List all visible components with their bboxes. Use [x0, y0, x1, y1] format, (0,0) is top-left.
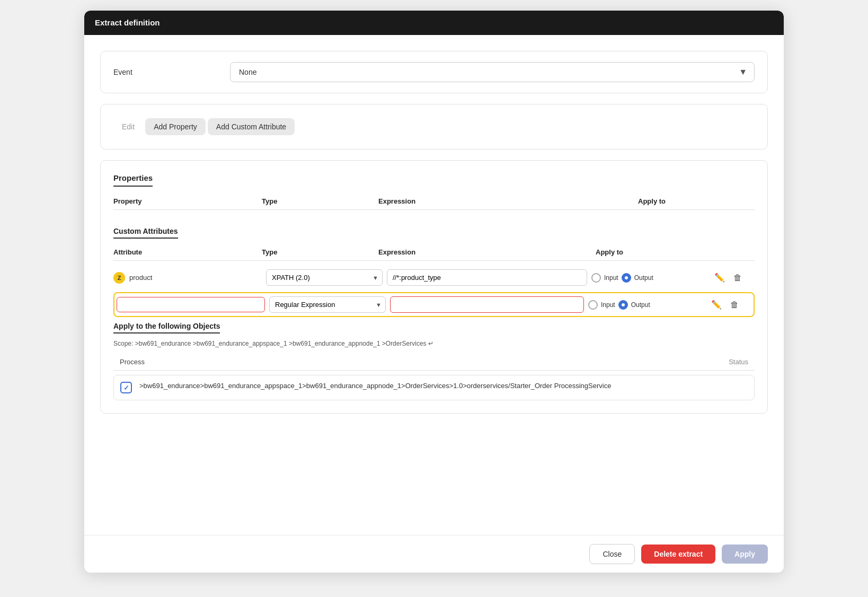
add-custom-attribute-button[interactable]: Add Custom Attribute — [208, 118, 295, 135]
action-icons: ✏️ 🗑 — [712, 271, 755, 284]
attr-expression-input[interactable] — [387, 269, 587, 286]
event-section: Event None ▼ — [100, 51, 768, 93]
process-column-label: Process — [120, 358, 145, 366]
new-attr-name-input[interactable] — [117, 297, 265, 312]
delete-row-button[interactable]: 🗑 — [731, 272, 744, 284]
close-button[interactable]: Close — [589, 544, 635, 564]
attr-col-type: Type — [262, 248, 378, 256]
attr-col-attribute: Attribute — [113, 248, 262, 256]
attr-col-expression: Expression — [378, 248, 596, 256]
attr-row-existing: Z product XPATH (2.0) ▼ Input — [113, 265, 755, 290]
modal-body: Event None ▼ Edit Add Property Add Custo… — [84, 35, 784, 535]
attr-row-new: Regular Expression XPATH (2.0) ▼ Input O… — [113, 292, 755, 317]
custom-attributes-block: Custom Attributes Attribute Type Express… — [113, 218, 755, 400]
attr-col-actions — [712, 248, 755, 256]
event-select-wrapper[interactable]: None ▼ — [230, 62, 755, 82]
input-radio[interactable] — [591, 273, 601, 283]
process-row: ✓ >bw691_endurance>bw691_endurance_appsp… — [113, 375, 755, 400]
new-edit-button[interactable]: ✏️ — [709, 298, 724, 311]
prop-col-expression: Expression — [378, 197, 638, 205]
event-label: Event — [113, 68, 219, 76]
yellow-badge: Z — [113, 272, 125, 284]
edit-button[interactable]: Edit — [113, 118, 143, 135]
prop-col-type: Type — [262, 197, 378, 205]
properties-section: Properties Property Type Expression Appl… — [100, 160, 768, 414]
properties-title: Properties — [113, 173, 153, 187]
output-radio[interactable] — [622, 273, 631, 283]
apply-objects-title: Apply to the following Objects — [113, 322, 220, 333]
attr-name-cell: Z product — [113, 272, 262, 284]
apply-objects-section: Apply to the following Objects Scope: >b… — [113, 321, 755, 400]
attr-col-apply: Apply to — [596, 248, 712, 256]
new-input-label: Input — [601, 301, 615, 309]
prop-col-property: Property — [113, 197, 262, 205]
input-label: Input — [604, 274, 618, 282]
new-attr-name-cell — [117, 297, 265, 312]
toolbar-row: Edit Add Property Add Custom Attribute — [113, 115, 755, 138]
process-name: >bw691_endurance>bw691_endurance_appspac… — [139, 382, 611, 390]
modal-title: Extract definition — [95, 18, 160, 27]
check-icon: ✓ — [123, 384, 129, 392]
new-apply-to-cell: Input Output — [588, 300, 705, 310]
status-column-label: Status — [729, 358, 748, 366]
custom-attributes-title: Custom Attributes — [113, 227, 178, 239]
attr-table-header: Attribute Type Expression Apply to — [113, 244, 755, 261]
apply-to-cell: Input Output — [591, 273, 708, 283]
output-label: Output — [634, 274, 653, 282]
properties-table-header: Property Type Expression Apply to — [113, 193, 755, 210]
modal-footer: Close Delete extract Apply — [84, 535, 784, 573]
scope-text: Scope: >bw691_endurance >bw691_endurance… — [113, 340, 755, 347]
properties-block: Properties Property Type Expression Appl… — [113, 173, 755, 210]
toolbar-section: Edit Add Property Add Custom Attribute — [100, 104, 768, 150]
modal-container: Extract definition Event None ▼ Edit Add… — [84, 11, 784, 573]
attr-type-select[interactable]: XPATH (2.0) — [266, 269, 383, 286]
new-action-icons: ✏️ 🗑 — [709, 298, 751, 311]
new-delete-button[interactable]: 🗑 — [728, 299, 741, 311]
new-attr-expression-input[interactable] — [390, 296, 584, 313]
new-attr-type-wrapper[interactable]: Regular Expression XPATH (2.0) ▼ — [269, 296, 386, 313]
event-select[interactable]: None — [230, 62, 755, 82]
event-row: Event None ▼ — [113, 62, 755, 82]
new-output-label: Output — [631, 301, 650, 309]
new-output-radio[interactable] — [618, 300, 628, 310]
modal-header-bar: Extract definition — [84, 11, 784, 35]
delete-extract-button[interactable]: Delete extract — [641, 545, 715, 564]
edit-row-button[interactable]: ✏️ — [712, 271, 727, 284]
prop-col-apply: Apply to — [638, 197, 755, 205]
new-input-radio[interactable] — [588, 300, 598, 310]
new-attr-type-select[interactable]: Regular Expression XPATH (2.0) — [269, 296, 386, 313]
process-table-header: Process Status — [113, 354, 755, 371]
process-checkbox[interactable]: ✓ — [120, 382, 132, 393]
attr-name-text: product — [129, 274, 152, 282]
attr-type-select-wrapper[interactable]: XPATH (2.0) ▼ — [266, 269, 383, 286]
apply-button[interactable]: Apply — [722, 545, 768, 564]
add-property-button[interactable]: Add Property — [145, 118, 206, 135]
